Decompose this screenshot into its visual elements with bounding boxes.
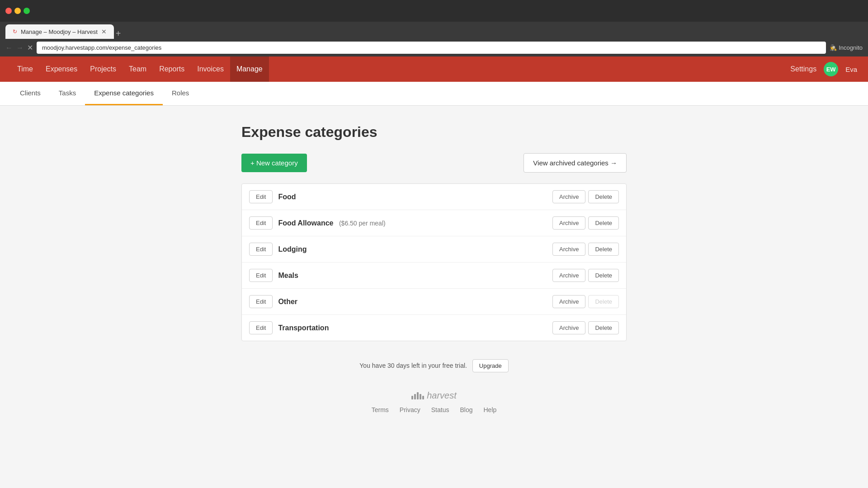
category-name: Food [278,193,552,201]
subnav-roles[interactable]: Roles [163,82,198,105]
logo-bars-icon [411,392,424,399]
category-name: Transportation [278,324,552,332]
delete-food-button[interactable]: Delete [588,190,619,203]
address-bar: ← → ✕ 🕵️ Incognito [0,39,868,56]
row-actions: Archive Delete [552,243,619,256]
footer-status-link[interactable]: Status [431,406,449,413]
edit-meals-button[interactable]: Edit [249,269,273,282]
tab-bar: ↻ Manage – Moodjoy – Harvest ✕ + [0,22,868,39]
footer-privacy-link[interactable]: Privacy [400,406,420,413]
table-row: Edit Food Allowance ($6.50 per meal) Arc… [242,210,626,236]
footer-terms-link[interactable]: Terms [372,406,389,413]
sub-nav: Clients Tasks Expense categories Roles [0,82,868,106]
table-row: Edit Meals Archive Delete [242,263,626,289]
archive-food-button[interactable]: Archive [552,190,585,203]
incognito-icon: 🕵️ [830,44,837,51]
table-row: Edit Food Archive Delete [242,184,626,210]
edit-lodging-button[interactable]: Edit [249,243,273,256]
nav-invoices[interactable]: Invoices [191,56,230,82]
delete-transportation-button[interactable]: Delete [588,321,619,334]
row-actions: Archive Delete [552,216,619,230]
edit-other-button[interactable]: Edit [249,295,273,308]
archive-other-button[interactable]: Archive [552,295,585,308]
harvest-logo: harvest [250,390,618,401]
avatar: EW [824,62,838,76]
maximize-window-button[interactable] [24,8,30,14]
view-archived-button[interactable]: View archived categories → [524,153,627,173]
new-category-button[interactable]: + New category [241,154,307,172]
upgrade-button[interactable]: Upgrade [472,359,509,372]
user-name: Eva [845,66,857,73]
actions-row: + New category View archived categories … [241,153,627,173]
row-actions: Archive Delete [552,269,619,282]
trial-banner: You have 30 days left in your free trial… [241,359,627,372]
tab-icon: ↻ [13,28,17,35]
archive-meals-button[interactable]: Archive [552,269,585,282]
nav-reports[interactable]: Reports [153,56,191,82]
category-name: Food Allowance ($6.50 per meal) [278,219,552,227]
tab-close-button[interactable]: ✕ [101,28,107,35]
category-name: Meals [278,272,552,280]
app-nav: Time Expenses Projects Team Reports Invo… [0,56,868,82]
tab-title: Manage – Moodjoy – Harvest [21,28,98,35]
incognito-indicator: 🕵️ Incognito [830,44,863,51]
archive-food-allowance-button[interactable]: Archive [552,216,585,230]
edit-food-allowance-button[interactable]: Edit [249,216,273,230]
address-input[interactable] [37,42,826,54]
main-content: Expense categories + New category View a… [231,124,637,422]
minimize-window-button[interactable] [14,8,21,14]
delete-lodging-button[interactable]: Delete [588,243,619,256]
footer-links: Terms Privacy Status Blog Help [250,406,618,413]
delete-other-button: Delete [588,295,619,308]
back-button[interactable]: ← [5,44,13,52]
subnav-clients[interactable]: Clients [11,82,50,105]
archive-lodging-button[interactable]: Archive [552,243,585,256]
category-list: Edit Food Archive Delete Edit Food Allow… [241,183,627,341]
subnav-tasks[interactable]: Tasks [50,82,85,105]
table-row: Edit Transportation Archive Delete [242,315,626,341]
nav-projects[interactable]: Projects [84,56,123,82]
delete-food-allowance-button[interactable]: Delete [588,216,619,230]
row-actions: Archive Delete [552,321,619,334]
footer-blog-link[interactable]: Blog [460,406,472,413]
row-actions: Archive Delete [552,295,619,308]
nav-time[interactable]: Time [11,56,39,82]
page-title: Expense categories [241,124,627,141]
category-name: Lodging [278,245,552,253]
table-row: Edit Lodging Archive Delete [242,236,626,263]
close-window-button[interactable] [5,8,12,14]
logo-text: harvest [427,390,457,401]
delete-meals-button[interactable]: Delete [588,269,619,282]
settings-link[interactable]: Settings [790,65,816,73]
subnav-expense-categories[interactable]: Expense categories [85,82,163,105]
new-tab-button[interactable]: + [116,28,121,39]
trial-message: You have 30 days left in your free trial… [359,362,467,369]
archive-transportation-button[interactable]: Archive [552,321,585,334]
footer-help-link[interactable]: Help [483,406,496,413]
nav-manage[interactable]: Manage [230,56,269,82]
window-controls [5,8,30,14]
row-actions: Archive Delete [552,190,619,203]
nav-team[interactable]: Team [123,56,153,82]
reload-button[interactable]: ✕ [27,43,33,52]
nav-right: Settings EW Eva [790,62,857,76]
edit-transportation-button[interactable]: Edit [249,321,273,334]
browser-chrome [0,0,868,22]
footer: harvest Terms Privacy Status Blog Help [241,381,627,422]
nav-expenses[interactable]: Expenses [39,56,84,82]
active-tab[interactable]: ↻ Manage – Moodjoy – Harvest ✕ [5,24,114,39]
edit-food-button[interactable]: Edit [249,190,273,203]
forward-button[interactable]: → [16,44,24,52]
table-row: Edit Other Archive Delete [242,289,626,315]
category-name: Other [278,298,552,306]
